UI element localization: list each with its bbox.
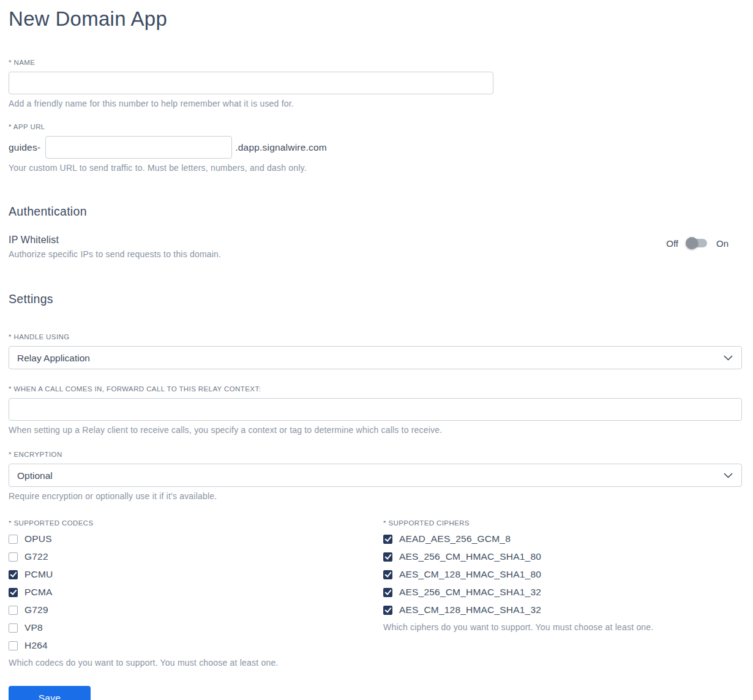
codec-row: G722 (9, 551, 383, 562)
cipher-row: AES_CM_128_HMAC_SHA1_80 (383, 569, 742, 580)
relay-context-helper: When setting up a Relay client to receiv… (9, 425, 742, 435)
codec-checkbox[interactable] (9, 623, 18, 633)
ip-whitelist-label: IP Whitelist (9, 235, 221, 246)
codec-checkbox[interactable] (9, 641, 18, 650)
app-url-suffix: .dapp.signalwire.com (235, 142, 327, 153)
supported-codecs-label: * SUPPORTED CODECS (9, 519, 383, 527)
cipher-row: AEAD_AES_256_GCM_8 (383, 533, 742, 544)
cipher-label[interactable]: AES_256_CM_HMAC_SHA1_80 (399, 551, 541, 562)
handle-using-select-wrap: Relay Application (9, 346, 742, 369)
codecs-ciphers-section: * SUPPORTED CODECS OPUS G722 PCMU PCMA (9, 519, 742, 668)
codec-checkbox[interactable] (9, 570, 18, 579)
cipher-label[interactable]: AES_CM_128_HMAC_SHA1_80 (399, 569, 541, 580)
codec-row: G729 (9, 604, 383, 615)
encryption-select-wrap: Optional (9, 464, 742, 487)
encryption-label: * ENCRYPTION (9, 451, 742, 458)
cipher-label[interactable]: AES_CM_128_HMAC_SHA1_32 (399, 604, 541, 615)
cipher-checkbox[interactable] (383, 606, 392, 615)
app-url-helper: Your custom URL to send traffic to. Must… (9, 163, 742, 173)
app-url-prefix: guides- (9, 142, 40, 153)
save-button[interactable]: Save (9, 686, 91, 700)
name-label: * NAME (9, 59, 742, 66)
ip-whitelist-row: IP Whitelist Authorize specific IPs to s… (9, 235, 742, 259)
codec-label[interactable]: OPUS (24, 533, 52, 544)
cipher-checkbox[interactable] (383, 535, 392, 544)
relay-context-label: * WHEN A CALL COMES IN, FORWARD CALL TO … (9, 385, 742, 393)
codec-label[interactable]: G729 (24, 604, 48, 615)
handle-using-select[interactable]: Relay Application (9, 346, 742, 369)
settings-heading: Settings (9, 292, 742, 306)
codec-checkbox[interactable] (9, 552, 18, 562)
codec-checkbox[interactable] (9, 606, 18, 615)
app-url-label: * APP URL (9, 123, 742, 130)
cipher-row: AES_256_CM_HMAC_SHA1_32 (383, 587, 742, 598)
cipher-checkbox[interactable] (383, 552, 392, 562)
encryption-select[interactable]: Optional (9, 464, 742, 487)
cipher-label[interactable]: AEAD_AES_256_GCM_8 (399, 533, 511, 544)
supported-ciphers-group: * SUPPORTED CIPHERS AEAD_AES_256_GCM_8 A… (383, 519, 742, 632)
codecs-helper: Which codecs do you want to support. You… (9, 658, 383, 668)
relay-context-input[interactable] (9, 398, 742, 421)
name-input[interactable] (9, 72, 493, 94)
toggle-off-label: Off (666, 238, 678, 249)
codec-row: PCMA (9, 587, 383, 598)
codec-row: PCMU (9, 569, 383, 580)
name-field-group: * NAME Add a friendly name for this numb… (9, 59, 742, 108)
cipher-row: AES_CM_128_HMAC_SHA1_32 (383, 604, 742, 615)
handle-using-label: * HANDLE USING (9, 333, 742, 341)
codec-label[interactable]: VP8 (24, 622, 43, 633)
supported-codecs-group: * SUPPORTED CODECS OPUS G722 PCMU PCMA (9, 519, 383, 668)
name-helper: Add a friendly name for this number to h… (9, 99, 742, 108)
app-url-field-group: * APP URL guides- .dapp.signalwire.com Y… (9, 123, 742, 173)
codec-label[interactable]: PCMA (24, 587, 53, 598)
codec-row: H264 (9, 640, 383, 651)
ip-whitelist-helper: Authorize specific IPs to send requests … (9, 249, 221, 259)
codec-row: OPUS (9, 533, 383, 544)
codec-label[interactable]: PCMU (24, 569, 53, 580)
toggle-knob-icon (686, 237, 698, 249)
ip-whitelist-toggle[interactable] (686, 237, 709, 249)
app-url-input[interactable] (45, 136, 232, 159)
new-domain-app-form: New Domain App * NAME Add a friendly nam… (0, 0, 753, 700)
codec-checkbox[interactable] (9, 588, 18, 597)
cipher-checkbox[interactable] (383, 588, 392, 597)
codec-row: VP8 (9, 622, 383, 633)
encryption-helper: Require encryption or optionally use it … (9, 491, 742, 501)
cipher-label[interactable]: AES_256_CM_HMAC_SHA1_32 (399, 587, 541, 598)
cipher-row: AES_256_CM_HMAC_SHA1_80 (383, 551, 742, 562)
supported-ciphers-label: * SUPPORTED CIPHERS (383, 519, 742, 527)
cipher-checkbox[interactable] (383, 570, 392, 579)
codec-checkbox[interactable] (9, 535, 18, 544)
codec-label[interactable]: G722 (24, 551, 48, 562)
toggle-on-label: On (716, 238, 729, 249)
page-title: New Domain App (9, 7, 742, 31)
ciphers-helper: Which ciphers do you want to support. Yo… (383, 622, 742, 632)
authentication-heading: Authentication (9, 205, 742, 219)
codec-label[interactable]: H264 (24, 640, 48, 651)
